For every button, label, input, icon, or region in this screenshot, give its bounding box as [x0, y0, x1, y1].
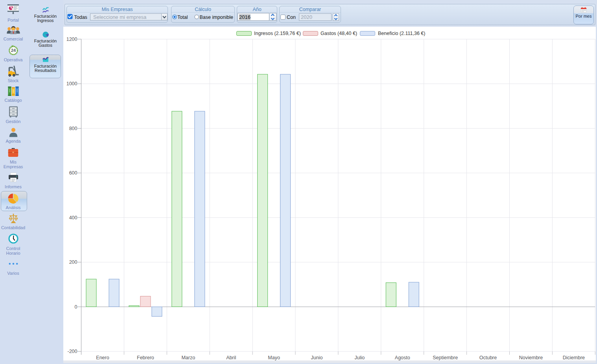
svg-text:Octubre: Octubre	[479, 355, 497, 360]
svg-text:Septiembre: Septiembre	[433, 355, 458, 360]
svg-text:Abril: Abril	[226, 355, 236, 360]
svg-text:Febrero: Febrero	[137, 355, 154, 360]
svg-text:Enero: Enero	[96, 355, 109, 360]
svg-text:Mayo: Mayo	[268, 355, 280, 360]
svg-text:-200: -200	[67, 349, 77, 354]
svg-text:1000: 1000	[66, 81, 77, 86]
svg-text:Julio: Julio	[355, 355, 365, 360]
svg-text:800: 800	[69, 126, 77, 131]
svg-text:Marzo: Marzo	[181, 355, 195, 360]
svg-text:400: 400	[69, 215, 77, 221]
svg-text:24: 24	[11, 48, 16, 53]
svg-text:1200: 1200	[66, 37, 77, 42]
svg-text:Noviembre: Noviembre	[519, 355, 543, 360]
svg-text:0: 0	[75, 304, 77, 310]
svg-text:200: 200	[69, 259, 77, 265]
svg-text:Junio: Junio	[311, 355, 323, 360]
svg-text:Diciembre: Diciembre	[563, 355, 585, 360]
svg-text:600: 600	[69, 170, 77, 176]
svg-text:Agosto: Agosto	[395, 355, 410, 360]
